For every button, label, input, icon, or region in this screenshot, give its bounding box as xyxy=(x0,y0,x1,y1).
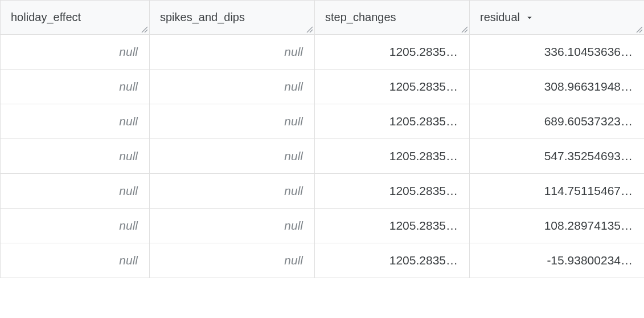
column-label: residual xyxy=(480,11,520,24)
cell-spikes-and-dips: null xyxy=(150,174,315,209)
cell-step-changes: 1205.2835… xyxy=(315,139,470,174)
cell-step-changes: 1205.2835… xyxy=(315,35,470,70)
svg-line-1 xyxy=(145,30,147,32)
resize-handle-icon[interactable] xyxy=(460,25,468,33)
cell-holiday-effect: null xyxy=(1,174,150,209)
table-row[interactable]: null null 1205.2835… 114.75115467… xyxy=(1,174,645,209)
table-row[interactable]: null null 1205.2835… 547.35254693… xyxy=(1,139,645,174)
cell-residual: 108.28974135… xyxy=(470,209,645,243)
cell-residual: 689.60537323… xyxy=(470,104,645,139)
table-row[interactable]: null null 1205.2835… -15.93800234… xyxy=(1,243,645,278)
column-label: holiday_effect xyxy=(11,11,81,24)
svg-line-3 xyxy=(310,30,313,32)
data-table: holiday_effect spikes_and_dips xyxy=(0,0,644,278)
table-row[interactable]: null null 1205.2835… 308.96631948… xyxy=(1,70,645,104)
cell-step-changes: 1205.2835… xyxy=(315,104,470,139)
column-header-holiday-effect[interactable]: holiday_effect xyxy=(1,1,150,35)
table-header-row: holiday_effect spikes_and_dips xyxy=(1,1,645,35)
svg-line-2 xyxy=(307,27,313,32)
resize-handle-icon[interactable] xyxy=(305,25,313,33)
cell-spikes-and-dips: null xyxy=(150,243,315,278)
cell-holiday-effect: null xyxy=(1,35,150,70)
cell-spikes-and-dips: null xyxy=(150,139,315,174)
cell-residual: -15.93800234… xyxy=(470,243,645,278)
cell-residual: 336.10453636… xyxy=(470,35,645,70)
cell-spikes-and-dips: null xyxy=(150,35,315,70)
sort-desc-icon xyxy=(524,13,535,23)
column-label: spikes_and_dips xyxy=(160,11,245,24)
cell-step-changes: 1205.2835… xyxy=(315,243,470,278)
resize-handle-icon[interactable] xyxy=(140,25,148,33)
cell-residual: 547.35254693… xyxy=(470,139,645,174)
cell-step-changes: 1205.2835… xyxy=(315,174,470,209)
column-label: step_changes xyxy=(325,11,396,24)
column-header-step-changes[interactable]: step_changes xyxy=(315,1,470,35)
table-row[interactable]: null null 1205.2835… 336.10453636… xyxy=(1,35,645,70)
cell-residual: 308.96631948… xyxy=(470,70,645,104)
cell-spikes-and-dips: null xyxy=(150,209,315,243)
cell-step-changes: 1205.2835… xyxy=(315,209,470,243)
cell-holiday-effect: null xyxy=(1,139,150,174)
svg-line-5 xyxy=(465,30,467,32)
cell-residual: 114.75115467… xyxy=(470,174,645,209)
table-row[interactable]: null null 1205.2835… 689.60537323… xyxy=(1,104,645,139)
svg-line-7 xyxy=(639,30,642,32)
svg-line-0 xyxy=(142,27,147,32)
column-header-spikes-and-dips[interactable]: spikes_and_dips xyxy=(150,1,315,35)
resize-handle-icon[interactable] xyxy=(635,25,643,33)
svg-line-6 xyxy=(637,27,642,32)
cell-holiday-effect: null xyxy=(1,209,150,243)
cell-step-changes: 1205.2835… xyxy=(315,70,470,104)
cell-holiday-effect: null xyxy=(1,243,150,278)
cell-spikes-and-dips: null xyxy=(150,104,315,139)
cell-holiday-effect: null xyxy=(1,70,150,104)
cell-spikes-and-dips: null xyxy=(150,70,315,104)
svg-line-4 xyxy=(462,27,467,32)
cell-holiday-effect: null xyxy=(1,104,150,139)
table-row[interactable]: null null 1205.2835… 108.28974135… xyxy=(1,209,645,243)
column-header-residual[interactable]: residual xyxy=(470,1,645,35)
